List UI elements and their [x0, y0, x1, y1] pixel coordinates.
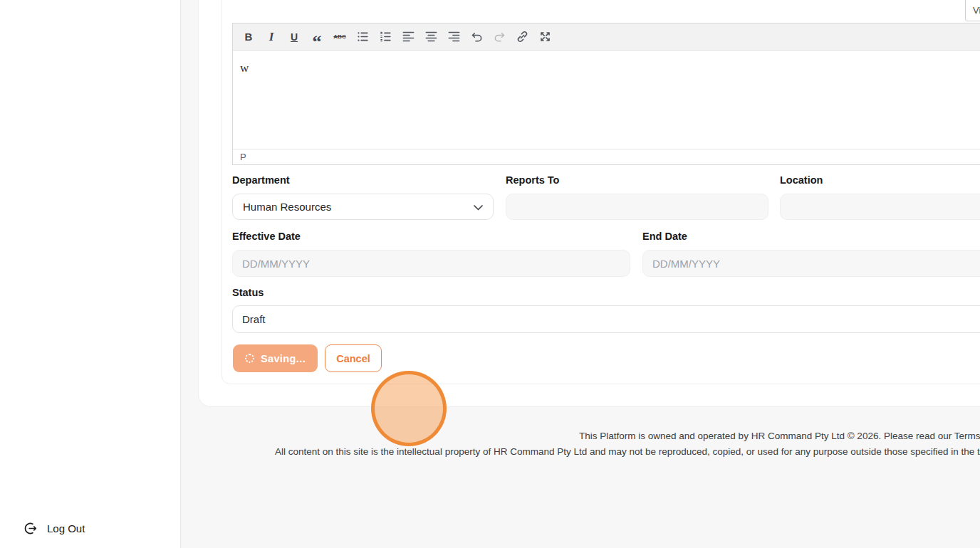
redo-icon [493, 30, 506, 43]
editor-element-path: P [240, 152, 246, 162]
cancel-button-label: Cancel [336, 353, 370, 364]
status-input[interactable] [232, 305, 980, 333]
department-select[interactable]: Human Resources [232, 194, 494, 220]
reports-to-input[interactable] [506, 194, 768, 220]
effective-date-input[interactable] [232, 250, 630, 277]
click-indicator [371, 371, 447, 446]
editor-visual-tab[interactable]: Vis [965, 0, 980, 21]
reports-to-label: Reports To [506, 174, 559, 186]
footer-line-2: All content on this site is the intellec… [275, 446, 980, 457]
undo-button[interactable] [465, 26, 488, 48]
saving-button[interactable]: Saving... [233, 344, 318, 372]
align-center-icon [424, 30, 438, 43]
editor-content[interactable]: w [233, 51, 980, 149]
sidebar [0, 0, 181, 548]
align-left-icon [402, 30, 415, 43]
strikethrough-button[interactable]: ABC [328, 26, 351, 48]
logout-button[interactable]: Log Out [24, 517, 85, 539]
status-label: Status [232, 287, 264, 298]
department-label: Department [232, 174, 290, 186]
rich-text-editor: B I U “ ABC [232, 23, 980, 165]
align-right-icon [447, 30, 461, 43]
spinner-icon [245, 354, 254, 363]
editor-statusbar: P [233, 149, 980, 164]
chevron-down-icon [474, 201, 483, 213]
bullet-list-button[interactable] [351, 26, 374, 48]
department-select-value: Human Resources [243, 201, 331, 213]
numbered-list-icon [379, 30, 392, 43]
logout-icon [24, 522, 37, 535]
strikethrough-icon: ABC [333, 33, 345, 40]
bold-icon: B [245, 31, 253, 43]
location-input[interactable] [780, 194, 980, 220]
italic-button[interactable]: I [260, 26, 283, 48]
editor-toolbar: B I U “ ABC [233, 23, 980, 51]
saving-button-label: Saving... [261, 353, 306, 364]
undo-icon [470, 30, 484, 43]
effective-date-label: Effective Date [232, 231, 301, 242]
blockquote-icon: “ [313, 28, 322, 46]
cancel-button[interactable]: Cancel [325, 344, 382, 372]
align-right-button[interactable] [442, 26, 465, 48]
logout-label: Log Out [47, 522, 85, 534]
end-date-input[interactable] [642, 250, 980, 277]
page: { "colors": { "accent_orange": "#ee7e3e"… [0, 0, 980, 548]
underline-button[interactable]: U [283, 26, 306, 48]
location-label: Location [780, 174, 823, 186]
link-icon [516, 30, 529, 43]
bold-button[interactable]: B [237, 26, 260, 48]
italic-icon: I [269, 30, 274, 44]
align-center-button[interactable] [419, 26, 442, 48]
footer-line-1: This Platform is owned and operated by H… [579, 431, 980, 441]
bullet-list-icon [356, 30, 370, 43]
link-button[interactable] [511, 26, 533, 48]
align-left-button[interactable] [397, 26, 419, 48]
redo-button[interactable] [488, 26, 511, 48]
underline-icon: U [291, 31, 298, 43]
fullscreen-button[interactable] [533, 26, 556, 48]
editor-visual-tab-label: Vis [973, 5, 980, 21]
numbered-list-button[interactable] [374, 26, 397, 48]
blockquote-button[interactable]: “ [306, 26, 328, 48]
fullscreen-icon [538, 30, 552, 43]
end-date-label: End Date [642, 231, 687, 242]
